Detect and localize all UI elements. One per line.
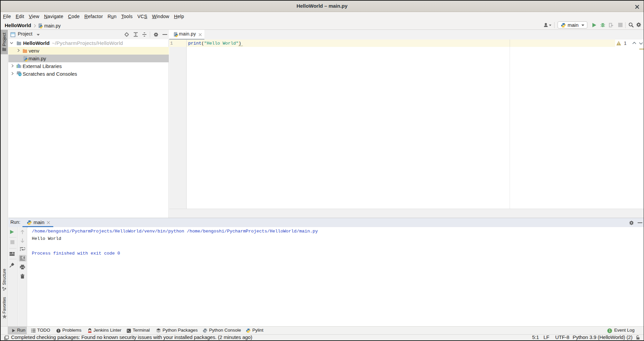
svg-text:1: 1 [609, 329, 611, 333]
